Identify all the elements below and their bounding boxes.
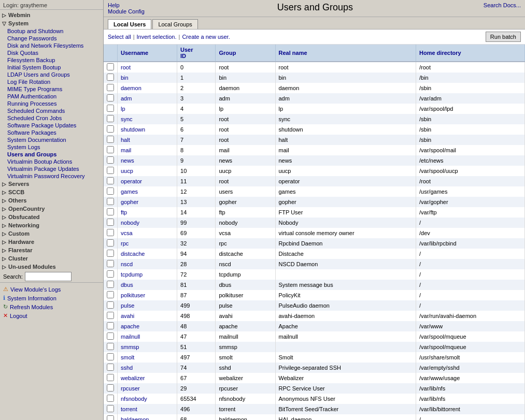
username-link[interactable]: distcache [121,251,145,257]
sidebar-item-mime[interactable]: MIME Type Programs [5,85,103,93]
search-input[interactable] [25,272,72,281]
sidebar-item-virtualmin-bootup[interactable]: Virtualmin Bootup Actions [5,158,103,165]
username-link[interactable]: pulse [121,302,134,309]
username-link[interactable]: daemon [121,85,141,91]
sidebar-section-hardware[interactable]: ▷ Hardware [0,238,103,246]
sidebar-item-users-groups[interactable]: Users and Groups [5,151,103,158]
sidebar-item-ldap[interactable]: LDAP Users and Groups [5,71,103,78]
username-link[interactable]: nobody [121,220,139,226]
sidebar-item-initial-bootup[interactable]: Initial System Bootup [5,64,103,71]
sidebar-item-software-updates[interactable]: Software Package Updates [5,122,103,129]
row-checkbox[interactable] [107,136,114,143]
username-link[interactable]: lp [121,106,125,112]
row-checkbox[interactable] [107,74,114,81]
sidebar-item-disk-quotas[interactable]: Disk Quotas [5,49,103,56]
help-link[interactable]: Help [108,2,120,8]
username-link[interactable]: haldaemon [121,416,149,420]
row-checkbox[interactable] [107,219,114,226]
username-link[interactable]: smolt [121,354,134,360]
row-checkbox[interactable] [107,208,114,215]
row-checkbox[interactable] [107,198,114,205]
username-link[interactable]: mailnull [121,334,140,340]
sidebar-section-unused[interactable]: ▷ Un-used Modules [0,263,103,271]
row-checkbox[interactable] [107,177,114,184]
username-link[interactable]: polkituser [121,292,145,298]
sidebar-item-software-packages[interactable]: Software Packages [5,129,103,136]
sidebar-item-virtualmin-password[interactable]: Virtualmin Password Recovery [5,172,103,180]
sidebar-item-running-processes[interactable]: Running Processes [5,100,103,107]
sidebar-section-obsfucated[interactable]: ▷ Obsfucated [0,213,103,221]
row-checkbox[interactable] [107,167,114,174]
row-checkbox[interactable] [107,187,114,195]
row-checkbox[interactable] [107,353,114,360]
username-link[interactable]: adm [121,95,132,102]
row-checkbox[interactable] [107,115,114,122]
sidebar-section-custom[interactable]: ▷ Custom [0,229,103,238]
row-checkbox[interactable] [107,239,114,247]
row-checkbox[interactable] [107,84,114,91]
row-checkbox[interactable] [107,281,114,288]
sidebar-section-cluster[interactable]: ▷ Cluster [0,254,103,263]
sidebar-section-webmin[interactable]: ▷ Webmin [0,11,103,19]
username-link[interactable]: operator [121,178,142,184]
system-information-link[interactable]: ℹ System Information [3,294,100,302]
sidebar-section-sccb[interactable]: ▷ SCCB [0,188,103,196]
sidebar-item-scheduled-commands[interactable]: Scheduled Commands [5,107,103,114]
row-checkbox[interactable] [107,229,114,236]
row-checkbox[interactable] [107,260,114,267]
sidebar-section-flarestar[interactable]: ▷ Flarestar [0,246,103,254]
username-link[interactable]: vcsa [121,230,133,236]
username-link[interactable]: sync [121,116,133,122]
row-checkbox[interactable] [107,105,114,112]
sidebar-section-others[interactable]: ▷ Others [0,196,103,205]
username-link[interactable]: sshd [121,365,133,371]
username-link[interactable]: mail [121,147,131,153]
row-checkbox[interactable] [107,384,114,392]
sidebar-item-change-passwords[interactable]: Change Passwords [5,35,103,42]
sidebar-item-bootup[interactable]: Bootup and Shutdown [5,27,103,35]
username-link[interactable]: nscd [121,261,133,267]
username-link[interactable]: games [121,189,138,195]
username-link[interactable]: gopher [121,199,138,205]
username-link[interactable]: rpcuser [121,385,140,392]
sidebar-item-pam[interactable]: PAM Authentication [5,93,103,100]
username-link[interactable]: news [121,157,134,164]
sidebar-section-system[interactable]: ▽ System [0,19,103,27]
refresh-modules-link[interactable]: ↻ Refresh Modules [3,302,100,311]
username-link[interactable]: tcpdump [121,271,143,278]
row-checkbox[interactable] [107,250,114,257]
username-link[interactable]: avahi [121,313,134,319]
run-batch-button[interactable]: Run batch [486,32,521,42]
row-checkbox[interactable] [107,156,114,164]
username-link[interactable]: nfsnobody [121,396,147,402]
create-new-user-link[interactable]: Create a new user. [182,34,230,40]
row-checkbox[interactable] [107,374,114,381]
sidebar-item-virtualmin-packages[interactable]: Virtualmin Package Updates [5,165,103,172]
sidebar-section-opencountry[interactable]: ▷ OpenCountry [0,205,103,213]
username-link[interactable]: root [121,64,131,70]
select-all-link[interactable]: Select all [108,34,131,40]
sidebar-item-disk-network[interactable]: Disk and Network Filesystems [5,42,103,49]
invert-selection-link[interactable]: Invert selection. [137,34,177,40]
row-checkbox[interactable] [107,301,114,309]
sidebar-item-system-docs[interactable]: System Documentation [5,136,103,143]
username-link[interactable]: webalizer [121,375,145,381]
username-link[interactable]: smmsp [121,344,139,350]
row-checkbox[interactable] [107,364,114,371]
row-checkbox[interactable] [107,312,114,319]
username-link[interactable]: bin [121,75,129,81]
tab-local-users[interactable]: Local Users [108,19,151,29]
row-checkbox[interactable] [107,322,114,329]
sidebar-item-filesystem-backup[interactable]: Filesystem Backup [5,56,103,64]
sidebar-item-system-logs[interactable]: System Logs [5,143,103,151]
row-checkbox[interactable] [107,405,114,412]
logout-link[interactable]: ✕ Logout [3,311,100,320]
sidebar-item-log-rotation[interactable]: Log File Rotation [5,78,103,85]
sidebar-section-networking[interactable]: ▷ Networking [0,221,103,229]
username-link[interactable]: shutdown [121,126,145,133]
username-link[interactable]: uucp [121,168,133,174]
sidebar-item-scheduled-cron[interactable]: Scheduled Cron Jobs [5,114,103,122]
search-docs-link[interactable]: Search Docs... [484,2,521,8]
username-link[interactable]: dbus [121,282,133,288]
row-checkbox[interactable] [107,415,114,420]
